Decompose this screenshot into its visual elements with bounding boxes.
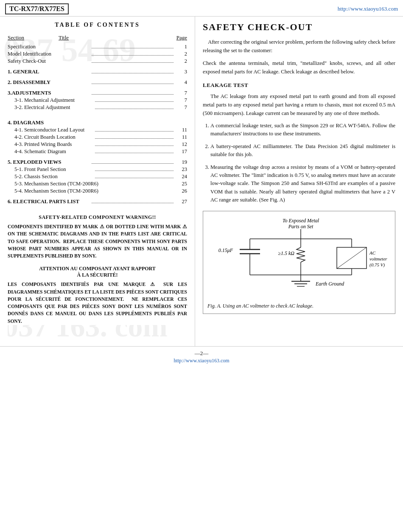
svg-text:voltmeter: voltmeter bbox=[369, 256, 387, 261]
leakage-intro: The AC leakage from any exposed metal pa… bbox=[203, 92, 395, 118]
toc-entry-safety: Safety Check-Out 2 bbox=[8, 58, 187, 64]
toc-page: 2 bbox=[175, 51, 187, 57]
main-content: TABLE OF CONTENTS 037 54 69 Section Titl… bbox=[0, 17, 403, 346]
toc-entry-5-4: 5-4. Mechanism Section (TCM-200R6) 26 bbox=[8, 188, 187, 194]
svg-text:(0.75 V): (0.75 V) bbox=[369, 262, 385, 268]
toc-label: 3-1. Mechanical Adjustment bbox=[14, 97, 93, 104]
svg-text:≥1.5 kΩ: ≥1.5 kΩ bbox=[278, 250, 294, 256]
toc-entry-5-2: 5-2. Chassis Section 24 bbox=[8, 174, 187, 180]
toc-entry-5-1: 5-1. Front Panel Section 23 bbox=[8, 166, 187, 173]
toc-entries: Specification 1 Model Identification 2 S… bbox=[8, 44, 187, 205]
safety-warning-box: SAFETY-RELATED COMPONENT WARNING!! COMPO… bbox=[8, 214, 187, 338]
toc-section3: 3.ADJUSTMENTS 7 bbox=[8, 90, 187, 96]
toc-dots bbox=[92, 48, 174, 48]
toc-dots bbox=[95, 178, 174, 178]
toc-col-section: Section bbox=[8, 34, 42, 41]
toc-label: Model Identification bbox=[8, 51, 90, 57]
toc-page: 17 bbox=[175, 148, 187, 155]
left-column: TABLE OF CONTENTS 037 54 69 Section Titl… bbox=[0, 17, 195, 346]
toc-label: 5-1. Front Panel Section bbox=[14, 166, 93, 173]
toc-page: 23 bbox=[175, 166, 187, 173]
safety-warning-fr: ATTENTION AU COMPOSANT AYANT RAPPORTÀ LA… bbox=[8, 266, 187, 325]
toc-col-page: Page bbox=[170, 34, 187, 41]
toc-dots bbox=[95, 131, 174, 132]
toc-label: 5-3. Mechanism Section (TCM-200R6) bbox=[14, 181, 170, 187]
toc-page: 11 bbox=[175, 127, 187, 133]
toc-page: 27 bbox=[175, 199, 187, 205]
toc-section4-header: 4. DIAGRAMS bbox=[8, 119, 187, 126]
toc-page: 19 bbox=[175, 159, 187, 165]
toc-label: 5-2. Chassis Section bbox=[14, 174, 93, 180]
toc-page: 3 bbox=[175, 69, 187, 75]
svg-text:To Exposed Metal: To Exposed Metal bbox=[283, 218, 319, 224]
circuit-diagram-svg: To Exposed Metal Parts on Set 0.15μF ≥ bbox=[207, 216, 394, 300]
toc-label: 3.ADJUSTMENTS bbox=[8, 90, 90, 96]
svg-line-14 bbox=[337, 247, 367, 269]
bottom-watermark-area: 037 163. com bbox=[8, 325, 187, 338]
toc-entry-4-3: 4-3. Printed Wiring Boards 12 bbox=[8, 141, 187, 148]
toc-page: 26 bbox=[175, 188, 187, 194]
toc-page: 7 bbox=[175, 90, 187, 96]
toc-section5: 5. EXPLODED VIEWS 19 bbox=[8, 159, 187, 165]
circuit-diagram-box: To Exposed Metal Parts on Set 0.15μF ≥ bbox=[203, 211, 395, 314]
toc-label: 6. ELECTRICAL PARTS LIST bbox=[8, 199, 90, 205]
toc-dots bbox=[92, 62, 174, 63]
svg-text:Parts on Set: Parts on Set bbox=[288, 224, 313, 230]
toc-entry-4-1: 4-1. Semiconductor Lead Layout 11 bbox=[8, 127, 187, 133]
toc-label: 1. GENERAL bbox=[8, 69, 90, 75]
right-column: SAFETY CHECK-OUT After correcting the or… bbox=[195, 17, 403, 346]
toc-entry-3-1: 3-1. Mechanical Adjustment 7 bbox=[8, 97, 187, 104]
toc-dots bbox=[95, 171, 174, 171]
toc-label: 3-2. Electrical Adjustment bbox=[14, 104, 93, 111]
toc-entry-3-2: 3-2. Electrical Adjustment 7 bbox=[8, 104, 187, 111]
toc-label: 4-3. Printed Wiring Boards bbox=[14, 141, 93, 148]
safety-checkout-intro2: Check the antenna terminals, metal trim,… bbox=[203, 59, 395, 76]
leakage-test-title: LEAKAGE TEST bbox=[203, 82, 395, 89]
toc-page: 7 bbox=[175, 97, 187, 104]
toc-section1: 1. GENERAL 3 bbox=[8, 69, 187, 75]
toc-label: 5. EXPLODED VIEWS bbox=[8, 159, 90, 165]
toc-page: 2 bbox=[175, 58, 187, 64]
leakage-methods-list: A commercial leakage tester, such as the… bbox=[210, 122, 395, 204]
toc-label: Safety Check-Out bbox=[8, 58, 90, 64]
circuit-caption: Fig. A. Using an AC voltmeter to check A… bbox=[207, 303, 391, 309]
footer-url: http://www.xiaoyu163.com bbox=[0, 358, 403, 364]
toc-label: 2. DISASSEMBLY bbox=[8, 79, 90, 86]
toc-dots bbox=[95, 146, 174, 146]
safety-warning-title: SAFETY-RELATED COMPONENT WARNING!! bbox=[8, 214, 187, 221]
svg-text:AC: AC bbox=[369, 250, 376, 255]
toc-section2: 2. DISASSEMBLY 4 bbox=[8, 79, 187, 86]
toc-page: 11 bbox=[175, 134, 187, 140]
page-number: —2— bbox=[195, 350, 209, 356]
toc-page: 24 bbox=[175, 174, 187, 180]
svg-text:0.15μF: 0.15μF bbox=[218, 247, 233, 253]
toc-col-title: Title bbox=[42, 34, 170, 41]
toc-dots bbox=[95, 138, 174, 139]
safety-warning-body: COMPONENTS IDENTIFIED BY MARK ⚠ OR DOTTE… bbox=[8, 223, 187, 260]
toc-dots bbox=[92, 163, 174, 164]
toc-dots bbox=[95, 109, 174, 109]
toc-page: 7 bbox=[175, 104, 187, 111]
toc-page: 4 bbox=[175, 79, 187, 86]
safety-warning-fr-title: ATTENTION AU COMPOSANT AYANT RAPPORTÀ LA… bbox=[8, 266, 187, 278]
svg-text:Earth Ground: Earth Ground bbox=[315, 281, 344, 287]
page-footer: —2— http://www.xiaoyu163.com bbox=[0, 346, 403, 366]
logo: TC-RX77/RX77ES bbox=[5, 3, 69, 14]
toc-entry-specification: Specification 1 bbox=[8, 44, 187, 50]
toc-dots bbox=[92, 203, 174, 203]
toc-label: Specification bbox=[8, 44, 90, 50]
toc-section6: 6. ELECTRICAL PARTS LIST 27 bbox=[8, 199, 187, 205]
list-item: Measuring the voltage drop across a resi… bbox=[210, 163, 395, 204]
header-url: http://www.xiaoyu163.com bbox=[338, 6, 398, 12]
toc-label: 4-1. Semiconductor Lead Layout bbox=[14, 127, 93, 133]
toc-entry-4-2: 4-2. Circuit Boards Location 11 bbox=[8, 134, 187, 140]
toc-dots bbox=[92, 84, 174, 84]
toc-dots bbox=[92, 55, 174, 56]
bottom-watermark: 037 163. com bbox=[8, 325, 168, 338]
safety-checkout-intro1: After correcting the original service pr… bbox=[203, 38, 395, 55]
toc-dots bbox=[95, 153, 174, 153]
toc-dots bbox=[95, 101, 174, 102]
toc-dots bbox=[92, 73, 174, 73]
toc-title: TABLE OF CONTENTS bbox=[8, 22, 187, 28]
page-header: TC-RX77/RX77ES http://www.xiaoyu163.com bbox=[0, 0, 403, 17]
